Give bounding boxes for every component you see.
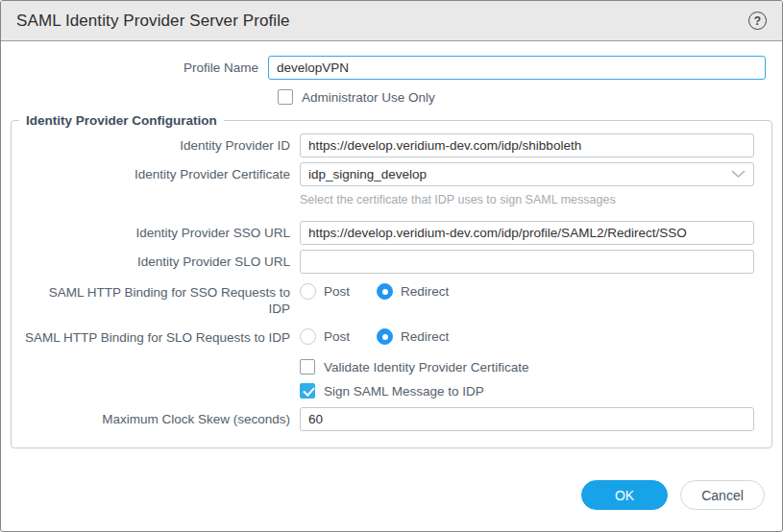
admin-use-only-label: Administrator Use Only bbox=[302, 90, 435, 105]
profile-name-row: Profile Name bbox=[11, 56, 772, 80]
idp-id-label: Identity Provider ID bbox=[12, 137, 300, 154]
sso-url-row: Identity Provider SSO URL bbox=[12, 221, 754, 245]
slo-binding-radio-group: Post Redirect bbox=[300, 328, 449, 345]
checkbox-icon[interactable] bbox=[300, 359, 315, 375]
sso-binding-post-label: Post bbox=[324, 284, 350, 299]
dialog-footer: OK Cancel bbox=[581, 480, 765, 510]
help-icon[interactable]: ? bbox=[748, 12, 767, 30]
radio-selected-icon[interactable] bbox=[377, 328, 393, 345]
dialog-body: Profile Name Administrator Use Only Iden… bbox=[1, 41, 782, 448]
clock-skew-input[interactable] bbox=[300, 407, 754, 431]
profile-name-input[interactable] bbox=[268, 56, 766, 80]
sso-binding-label: SAML HTTP Binding for SSO Requests to ID… bbox=[12, 283, 300, 317]
sign-saml-label: Sign SAML Message to IDP bbox=[324, 384, 484, 399]
slo-url-label: Identity Provider SLO URL bbox=[12, 254, 300, 270]
dialog-header: SAML Identity Provider Server Profile ? bbox=[1, 1, 782, 41]
radio-icon[interactable] bbox=[300, 283, 316, 300]
saml-idp-profile-dialog: SAML Identity Provider Server Profile ? … bbox=[0, 0, 783, 532]
slo-binding-redirect-radio[interactable]: Redirect bbox=[377, 328, 449, 345]
clock-skew-row: Maximum Clock Skew (seconds) bbox=[12, 407, 754, 431]
ok-button[interactable]: OK bbox=[581, 480, 668, 510]
checkbox-checked-icon[interactable] bbox=[300, 383, 315, 399]
slo-binding-post-radio[interactable]: Post bbox=[300, 328, 350, 345]
sso-binding-redirect-radio[interactable]: Redirect bbox=[377, 283, 449, 300]
profile-name-label: Profile Name bbox=[11, 60, 268, 76]
idp-config-legend: Identity Provider Configuration bbox=[19, 113, 224, 128]
slo-binding-row: SAML HTTP Binding for SLO Requests to ID… bbox=[12, 328, 754, 346]
validate-cert-checkbox[interactable]: Validate Identity Provider Certificate bbox=[300, 359, 754, 375]
idp-cert-hint-row: Select the certificate that IDP uses to … bbox=[300, 190, 754, 207]
checkbox-icon[interactable] bbox=[278, 89, 293, 105]
clock-skew-label: Maximum Clock Skew (seconds) bbox=[12, 411, 300, 427]
slo-url-input[interactable] bbox=[300, 250, 754, 274]
sso-url-input[interactable] bbox=[300, 221, 754, 245]
help-glyph: ? bbox=[754, 14, 761, 28]
sso-binding-row: SAML HTTP Binding for SSO Requests to ID… bbox=[12, 283, 754, 317]
sign-saml-checkbox[interactable]: Sign SAML Message to IDP bbox=[300, 383, 754, 399]
slo-binding-redirect-label: Redirect bbox=[401, 329, 449, 344]
idp-cert-label: Identity Provider Certificate bbox=[12, 166, 300, 182]
chevron-down-icon bbox=[731, 170, 746, 179]
sso-url-label: Identity Provider SSO URL bbox=[12, 225, 300, 241]
radio-icon[interactable] bbox=[300, 328, 316, 345]
idp-cert-hint: Select the certificate that IDP uses to … bbox=[300, 193, 616, 206]
cancel-button[interactable]: Cancel bbox=[680, 480, 765, 510]
idp-cert-value: idp_signing_develop bbox=[308, 167, 731, 181]
dialog-title: SAML Identity Provider Server Profile bbox=[16, 12, 748, 31]
admin-use-only-checkbox[interactable]: Administrator Use Only bbox=[278, 89, 772, 105]
sso-binding-redirect-label: Redirect bbox=[401, 284, 449, 299]
idp-id-input[interactable] bbox=[300, 133, 754, 157]
sso-binding-radio-group: Post Redirect bbox=[300, 283, 449, 300]
validate-cert-label: Validate Identity Provider Certificate bbox=[324, 360, 529, 375]
idp-cert-row: Identity Provider Certificate idp_signin… bbox=[12, 162, 754, 186]
slo-url-row: Identity Provider SLO URL bbox=[12, 250, 754, 274]
radio-selected-icon[interactable] bbox=[377, 283, 393, 300]
idp-config-fieldset: Identity Provider Configuration Identity… bbox=[11, 113, 772, 448]
idp-cert-select[interactable]: idp_signing_develop bbox=[300, 162, 754, 186]
slo-binding-post-label: Post bbox=[324, 329, 350, 344]
slo-binding-label: SAML HTTP Binding for SLO Requests to ID… bbox=[12, 328, 300, 346]
sso-binding-post-radio[interactable]: Post bbox=[300, 283, 350, 300]
idp-id-row: Identity Provider ID bbox=[12, 133, 754, 157]
